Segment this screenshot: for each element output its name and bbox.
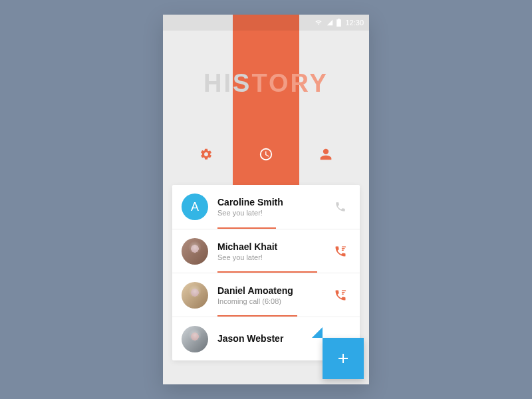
- tab-history[interactable]: [253, 141, 279, 168]
- status-bar: 12:30: [163, 15, 369, 31]
- fab-fold-decoration: [312, 327, 323, 338]
- contact-subtitle: See you later!: [217, 253, 331, 261]
- contact-name: Daniel Amoateng: [217, 285, 331, 296]
- person-icon: [319, 148, 332, 161]
- signal-icon: [326, 19, 334, 26]
- battery-icon: [336, 19, 341, 27]
- list-item[interactable]: Michael Khait See you later!: [172, 229, 360, 273]
- wifi-icon: [314, 19, 323, 26]
- contact-name: Michael Khait: [217, 241, 331, 252]
- tab-settings[interactable]: [193, 141, 219, 168]
- contact-subtitle: See you later!: [217, 209, 331, 217]
- row-text: Caroline Smith See you later!: [217, 197, 331, 217]
- call-history-list: A Caroline Smith See you later! Michael …: [172, 185, 360, 360]
- call-button[interactable]: [331, 245, 350, 258]
- gear-icon: [200, 148, 213, 161]
- plus-icon: [335, 350, 351, 366]
- avatar: [182, 326, 208, 352]
- tab-bar: [163, 141, 369, 168]
- contact-name: Caroline Smith: [217, 197, 331, 207]
- phone-frame: 12:30 HISTORY A Caroline Smith See you l…: [163, 15, 369, 384]
- avatar: A: [182, 194, 208, 220]
- phone-missed-icon: [334, 289, 347, 302]
- page-title: HISTORY: [163, 69, 369, 98]
- call-button[interactable]: [331, 201, 350, 213]
- status-time: 12:30: [345, 19, 364, 27]
- title-prefix: HIS: [203, 69, 251, 97]
- list-item[interactable]: Daniel Amoateng Incoming call (6:08): [172, 273, 360, 317]
- clock-icon: [259, 147, 273, 162]
- avatar: [182, 238, 208, 265]
- avatar: [182, 282, 208, 309]
- title-accent: TORY: [251, 69, 328, 97]
- add-button[interactable]: [323, 338, 364, 379]
- call-button[interactable]: [331, 289, 350, 302]
- row-text: Daniel Amoateng Incoming call (6:08): [217, 285, 331, 305]
- row-text: Michael Khait See you later!: [217, 241, 331, 261]
- tab-contacts[interactable]: [313, 141, 339, 168]
- list-item[interactable]: A Caroline Smith See you later!: [172, 185, 360, 229]
- phone-missed-icon: [334, 245, 347, 258]
- contact-subtitle: Incoming call (6:08): [217, 297, 331, 305]
- header: HISTORY: [163, 31, 369, 188]
- phone-icon: [334, 201, 346, 213]
